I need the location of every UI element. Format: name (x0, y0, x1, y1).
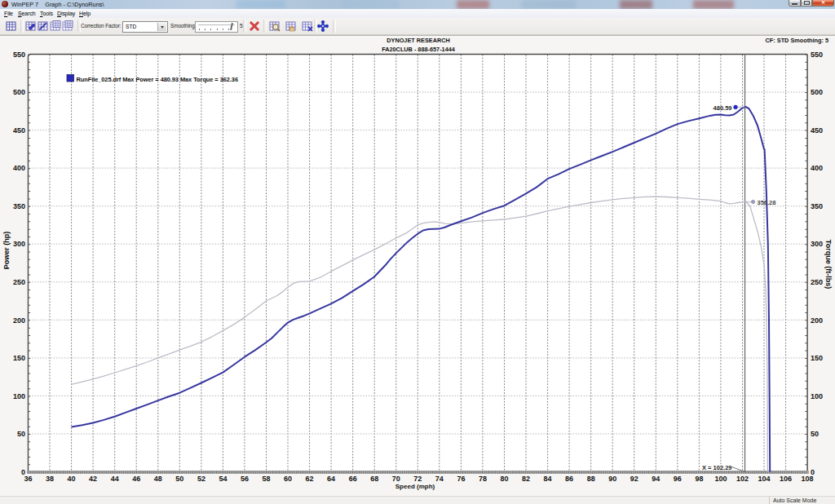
svg-text:250: 250 (811, 278, 823, 286)
svg-text:Speed (mph): Speed (mph) (395, 483, 435, 490)
svg-text:78: 78 (479, 475, 487, 483)
svg-text:50: 50 (811, 430, 819, 438)
svg-text:150: 150 (811, 354, 823, 362)
svg-text:36: 36 (24, 475, 32, 483)
svg-text:72: 72 (413, 475, 422, 483)
svg-text:96: 96 (674, 475, 682, 483)
svg-text:90: 90 (608, 475, 616, 483)
svg-text:300: 300 (811, 240, 823, 248)
svg-text:150: 150 (13, 354, 25, 362)
svg-text:550: 550 (13, 51, 25, 59)
svg-text:DYNOJET RESEARCH: DYNOJET RESEARCH (387, 37, 449, 44)
svg-text:66: 66 (349, 475, 357, 483)
svg-text:48: 48 (154, 475, 162, 483)
svg-text:108: 108 (802, 475, 814, 483)
svg-text:550: 550 (811, 51, 823, 59)
svg-text:350: 350 (13, 202, 25, 210)
svg-text:84: 84 (544, 475, 552, 483)
svg-text:Torque (ft-lbs): Torque (ft-lbs) (824, 240, 833, 289)
svg-text:40: 40 (68, 475, 76, 483)
svg-text:68: 68 (370, 475, 378, 483)
svg-text:CF: STD Smoothing: 5: CF: STD Smoothing: 5 (766, 37, 828, 44)
svg-text:88: 88 (587, 475, 595, 483)
svg-text:350: 350 (811, 202, 823, 210)
svg-text:400: 400 (811, 164, 823, 172)
svg-text:X = 102.29: X = 102.29 (702, 464, 732, 471)
svg-text:60: 60 (284, 475, 292, 483)
svg-text:42: 42 (89, 475, 97, 483)
svg-text:86: 86 (565, 475, 573, 483)
svg-text:450: 450 (811, 126, 823, 135)
svg-text:102: 102 (736, 475, 749, 483)
svg-text:FA20CLUB - 888-657-1444: FA20CLUB - 888-657-1444 (382, 46, 456, 53)
svg-text:RunFile_025.drf Max Power = 48: RunFile_025.drf Max Power = 480.93 Max T… (77, 76, 238, 83)
svg-text:200: 200 (811, 316, 823, 325)
svg-text:100: 100 (811, 392, 823, 400)
svg-text:64: 64 (327, 475, 335, 483)
svg-text:62: 62 (306, 475, 314, 483)
svg-text:106: 106 (780, 475, 792, 483)
svg-text:500: 500 (13, 88, 25, 96)
svg-text:56: 56 (241, 475, 249, 483)
svg-text:400: 400 (13, 164, 25, 172)
svg-text:450: 450 (13, 126, 25, 135)
svg-text:76: 76 (457, 475, 465, 483)
svg-text:50: 50 (175, 475, 183, 483)
svg-text:356.28: 356.28 (758, 199, 776, 206)
svg-text:52: 52 (197, 475, 205, 483)
svg-text:44: 44 (111, 475, 119, 483)
svg-text:58: 58 (262, 475, 270, 483)
svg-text:104: 104 (758, 475, 770, 483)
svg-text:80: 80 (500, 475, 508, 483)
svg-text:Power (hp): Power (hp) (2, 232, 11, 270)
svg-text:70: 70 (392, 475, 400, 483)
svg-text:92: 92 (630, 475, 638, 483)
svg-text:480.59: 480.59 (714, 104, 732, 112)
svg-text:82: 82 (522, 475, 530, 483)
svg-text:300: 300 (13, 240, 25, 248)
svg-text:54: 54 (219, 475, 227, 483)
svg-text:100: 100 (714, 475, 727, 483)
svg-text:46: 46 (132, 475, 140, 483)
svg-text:74: 74 (435, 475, 444, 483)
svg-text:250: 250 (13, 278, 25, 286)
svg-text:50: 50 (17, 430, 25, 438)
svg-text:94: 94 (652, 475, 660, 483)
svg-text:500: 500 (811, 88, 823, 96)
svg-text:98: 98 (695, 475, 703, 483)
svg-text:38: 38 (46, 475, 54, 483)
svg-text:200: 200 (13, 316, 25, 325)
svg-text:100: 100 (13, 392, 25, 400)
